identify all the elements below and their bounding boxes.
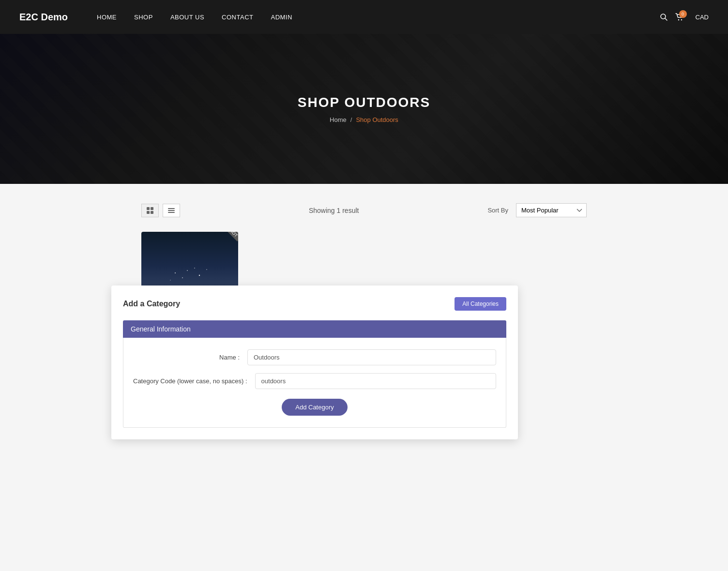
results-count: Showing 1 result <box>184 207 484 214</box>
cart-badge: 0 <box>679 10 687 18</box>
svg-point-3 <box>681 19 682 20</box>
section-body: Name : Category Code (lower case, no spa… <box>123 338 506 428</box>
svg-line-1 <box>665 18 667 20</box>
nav-brand[interactable]: E2C Demo <box>19 12 68 23</box>
nav-link-contact[interactable]: CONTACT <box>222 14 253 21</box>
grid-icon <box>147 207 153 214</box>
toolbar: Showing 1 result Sort By Most Popular Pr… <box>141 203 587 217</box>
hero-title: SHOP OUTDOORS <box>298 95 430 110</box>
nav-link-admin[interactable]: ADMIN <box>271 14 292 21</box>
nav-link-about[interactable]: ABOUT US <box>170 14 204 21</box>
nav-icons: 0 CAD <box>660 13 709 21</box>
svg-point-8 <box>170 280 171 281</box>
panel-title: Add a Category <box>123 300 180 308</box>
form-actions: Add Category <box>133 399 496 416</box>
breadcrumb-separator: / <box>350 116 352 123</box>
cart-wrapper: 0 <box>675 13 684 21</box>
svg-point-9 <box>194 268 195 269</box>
panel-header: Add a Category All Categories <box>123 297 506 311</box>
all-categories-button[interactable]: All Categories <box>455 297 506 311</box>
name-input[interactable] <box>247 349 496 365</box>
list-view-button[interactable] <box>163 204 180 217</box>
form-row-code: Category Code (lower case, no spaces) : <box>133 373 496 389</box>
currency-label[interactable]: CAD <box>696 14 709 21</box>
svg-point-6 <box>199 275 200 276</box>
name-label: Name : <box>133 354 240 361</box>
svg-point-7 <box>206 269 207 270</box>
code-input[interactable] <box>255 373 496 389</box>
svg-point-2 <box>678 19 679 20</box>
nav-link-shop[interactable]: SHOP <box>134 14 153 21</box>
grid-view-button[interactable] <box>141 204 159 217</box>
sort-select[interactable]: Most Popular Price: Low to High Price: H… <box>516 203 587 217</box>
list-icon <box>168 207 175 214</box>
breadcrumb: Home / Shop Outdoors <box>298 116 430 123</box>
breadcrumb-home[interactable]: Home <box>330 116 347 123</box>
nav-links: HOME SHOP ABOUT US CONTACT ADMIN <box>97 14 660 21</box>
hero-section: SHOP OUTDOORS Home / Shop Outdoors <box>0 34 728 184</box>
nav-link-home[interactable]: HOME <box>97 14 117 21</box>
section-header: General Information <box>123 320 506 338</box>
search-button[interactable] <box>660 13 667 21</box>
svg-point-10 <box>182 277 183 278</box>
breadcrumb-current: Shop Outdoors <box>356 116 398 123</box>
navbar: E2C Demo HOME SHOP ABOUT US CONTACT ADMI… <box>0 0 728 34</box>
add-category-panel: Add a Category All Categories General In… <box>111 286 518 439</box>
code-label: Category Code (lower case, no spaces) : <box>133 377 247 385</box>
search-icon <box>660 13 667 21</box>
form-row-name: Name : <box>133 349 496 365</box>
sort-label: Sort By <box>487 207 508 214</box>
hero-content: SHOP OUTDOORS Home / Shop Outdoors <box>298 95 430 123</box>
svg-point-5 <box>187 270 188 271</box>
add-category-submit-button[interactable]: Add Category <box>282 399 348 416</box>
svg-point-4 <box>175 272 176 273</box>
